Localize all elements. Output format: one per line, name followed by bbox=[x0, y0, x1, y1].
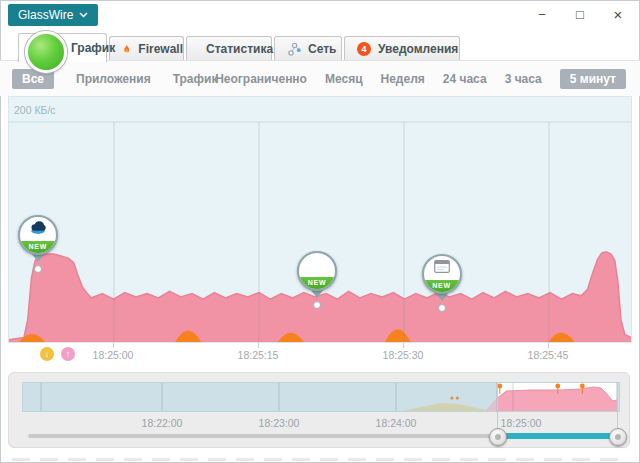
tab-notifications-label: Уведомления bbox=[378, 42, 458, 56]
close-button[interactable]: × bbox=[605, 3, 631, 27]
tab-firewall[interactable]: Firewall bbox=[109, 36, 184, 60]
tab-statistics-label: Статистика bbox=[206, 42, 273, 56]
new-badge: NEW bbox=[20, 241, 56, 253]
timeline-tick-label: 18:22:00 bbox=[142, 417, 183, 429]
app-window-icon bbox=[434, 260, 450, 273]
range-week[interactable]: Неделя bbox=[381, 72, 425, 86]
download-legend-icon[interactable]: ↓ bbox=[40, 347, 54, 361]
x-tick-label: 18:25:45 bbox=[528, 349, 569, 361]
range-24h[interactable]: 24 часа bbox=[443, 72, 487, 86]
marker-dot bbox=[438, 304, 446, 312]
x-tick-label: 18:25:15 bbox=[238, 349, 279, 361]
selection-guide-right bbox=[617, 382, 618, 433]
graph-toolbar: Все Приложения Трафик Неограниченно Меся… bbox=[0, 61, 640, 96]
tick-mark bbox=[403, 343, 404, 348]
cloud-app-icon bbox=[29, 221, 47, 234]
glasswire-window: GlassWire − □ × График Firewall Статисти… bbox=[0, 0, 640, 463]
timeline-slider-selected-range[interactable] bbox=[497, 433, 617, 439]
tab-graph-label: График bbox=[71, 41, 115, 55]
timeline-tick-label: 18:23:00 bbox=[259, 417, 300, 429]
slider-handle-left[interactable] bbox=[489, 428, 507, 446]
new-badge: NEW bbox=[299, 277, 335, 289]
upload-legend-icon[interactable]: ↑ bbox=[61, 347, 75, 361]
app-marker-cloud[interactable]: NEW bbox=[16, 215, 60, 273]
glasswire-menu-label: GlassWire bbox=[18, 8, 73, 22]
selection-guide-left bbox=[497, 382, 498, 433]
timeline-overview-chart[interactable] bbox=[22, 382, 620, 412]
app-marker-desktop-app[interactable]: NEW bbox=[420, 254, 464, 312]
marker-balloon: NEW bbox=[297, 251, 337, 291]
tab-firewall-label: Firewall bbox=[138, 42, 183, 56]
tab-network[interactable]: Сеть bbox=[274, 36, 342, 60]
network-nodes-icon bbox=[287, 42, 301, 56]
marker-balloon: NEW bbox=[422, 254, 462, 294]
new-badge: NEW bbox=[424, 280, 460, 292]
x-tick-label: 18:25:00 bbox=[93, 349, 134, 361]
tick-mark bbox=[548, 343, 549, 348]
marker-dot bbox=[313, 301, 321, 309]
timeline-tick-label: 18:25:00 bbox=[501, 417, 542, 429]
filter-traffic[interactable]: Трафик bbox=[173, 72, 218, 86]
flame-icon bbox=[122, 42, 131, 56]
tab-notifications[interactable]: 4 Уведомления bbox=[344, 36, 460, 60]
bottom-edge-dashes bbox=[12, 458, 628, 461]
range-unlimited[interactable]: Неограниченно bbox=[215, 72, 307, 86]
time-range-group: Неограниченно Месяц Неделя 24 часа 3 час… bbox=[215, 69, 626, 89]
filter-apps[interactable]: Приложения bbox=[76, 72, 151, 86]
marker-balloon: NEW bbox=[18, 215, 58, 255]
x-tick-label: 18:25:30 bbox=[383, 349, 424, 361]
app-marker-chrome[interactable]: NEW bbox=[295, 251, 339, 309]
marker-dot bbox=[34, 265, 42, 273]
notification-count-badge: 4 bbox=[357, 42, 371, 56]
x-axis: 18:25:00 18:25:15 18:25:30 18:25:45 ↓ ↑ bbox=[8, 343, 632, 369]
tick-mark bbox=[258, 343, 259, 348]
glasswire-menu-button[interactable]: GlassWire bbox=[8, 4, 98, 26]
graph-orb-icon bbox=[25, 31, 67, 73]
slider-handle-right[interactable] bbox=[609, 428, 627, 446]
chevron-down-icon bbox=[79, 12, 88, 18]
minimize-button[interactable]: − bbox=[529, 3, 555, 27]
range-5min[interactable]: 5 минут bbox=[560, 69, 626, 89]
timeline-tick-label: 18:24:00 bbox=[376, 417, 417, 429]
tick-mark bbox=[113, 343, 114, 348]
range-month[interactable]: Месяц bbox=[325, 72, 363, 86]
tab-statistics[interactable]: Статистика bbox=[186, 36, 272, 60]
tab-network-label: Сеть bbox=[308, 42, 336, 56]
range-3h[interactable]: 3 часа bbox=[505, 72, 542, 86]
y-axis-max-label: 200 КБ/с bbox=[14, 104, 56, 116]
maximize-button[interactable]: □ bbox=[567, 3, 593, 27]
